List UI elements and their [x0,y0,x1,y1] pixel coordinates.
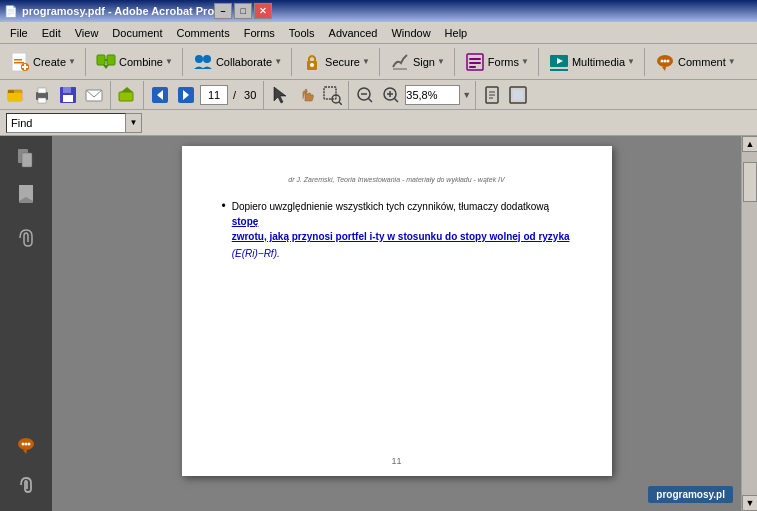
titlebar: 📄 programosy.pdf - Adobe Acrobat Pro – □… [0,0,757,22]
svg-marker-40 [274,87,286,103]
zoom-out-button[interactable] [353,83,377,107]
prev-page-button[interactable] [148,83,172,107]
combine-label: Combine [119,56,163,68]
comment-button[interactable]: Comment ▼ [649,48,741,76]
menu-help[interactable]: Help [439,25,474,41]
comment-label: Comment [678,56,726,68]
open-button[interactable] [4,83,28,107]
secure-button[interactable]: Secure ▼ [296,48,375,76]
separator-t2-4 [348,81,349,109]
svg-rect-7 [107,55,115,65]
search-dropdown-button[interactable]: ▼ [126,113,142,133]
separator-1 [85,48,86,76]
close-button[interactable]: ✕ [254,3,272,19]
scroll-thumb[interactable] [743,162,757,202]
forms-label: Forms [488,56,519,68]
pdf-page-number: 11 [391,456,401,466]
menubar: File Edit View Document Comments Forms T… [0,22,757,44]
svg-rect-16 [469,66,476,68]
pdf-area[interactable]: dr J. Zaremski, Teoria Inwestowania - ma… [52,136,741,511]
next-page-button[interactable] [174,83,198,107]
menu-file[interactable]: File [4,25,34,41]
pdf-text-accent1: stopę [232,216,259,227]
svg-marker-21 [662,67,666,71]
menu-advanced[interactable]: Advanced [323,25,384,41]
menu-comments[interactable]: Comments [171,25,236,41]
multimedia-dropdown-arrow: ▼ [627,57,635,66]
sign-label: Sign [413,56,435,68]
print-button[interactable] [30,83,54,107]
menu-forms[interactable]: Forms [238,25,281,41]
menu-view[interactable]: View [69,25,105,41]
scroll-track[interactable] [742,152,757,495]
marquee-zoom-button[interactable] [320,83,344,107]
svg-marker-62 [23,450,27,454]
paperclip-tool[interactable] [12,471,40,499]
separator-2 [182,48,183,76]
collaborate-label: Collaborate [216,56,272,68]
page-separator: / [230,89,239,101]
zoom-dropdown-arrow[interactable]: ▼ [462,90,471,100]
fullscreen-button[interactable] [506,83,530,107]
forms-button[interactable]: Forms ▼ [459,48,534,76]
svg-rect-6 [97,55,105,65]
svg-rect-2 [14,62,24,64]
svg-rect-1 [14,59,22,61]
scroll-up-button[interactable]: ▲ [742,136,757,152]
combine-button[interactable]: Combine ▼ [90,48,178,76]
collaborate-button[interactable]: Collaborate ▼ [187,48,287,76]
separator-6 [538,48,539,76]
svg-rect-26 [8,90,14,93]
separator-3 [291,48,292,76]
main-area: dr J. Zaremski, Teoria Inwestowania - ma… [0,136,757,511]
svg-rect-31 [63,87,71,93]
collaborate-dropdown-arrow: ▼ [274,57,282,66]
create-button[interactable]: Create ▼ [4,48,81,76]
pdf-text-accent2: zwrotu, jaką przynosi portfel i-ty w sto… [232,231,570,242]
secure-label: Secure [325,56,360,68]
email-button[interactable] [82,83,106,107]
separator-t2-3 [263,81,264,109]
left-panel [0,136,52,511]
svg-point-11 [310,63,314,67]
multimedia-button[interactable]: Multimedia ▼ [543,48,640,76]
zoom-in-button[interactable] [379,83,403,107]
comment-bubble-tool[interactable] [12,431,40,459]
svg-rect-58 [22,153,32,167]
svg-point-64 [25,443,28,446]
pdf-header: dr J. Zaremski, Teoria Inwestowania - ma… [222,176,572,183]
menu-document[interactable]: Document [106,25,168,41]
svg-rect-15 [469,62,481,64]
refresh-button[interactable] [115,83,139,107]
fit-page-button[interactable] [480,83,504,107]
select-tool-button[interactable] [268,83,292,107]
hand-tool-button[interactable] [294,83,318,107]
search-input[interactable] [6,113,126,133]
zoom-input[interactable] [405,85,460,105]
nav-bookmarks-tool[interactable] [12,180,40,208]
window-controls: – □ ✕ [214,3,272,19]
create-dropdown-arrow: ▼ [68,57,76,66]
maximize-button[interactable]: □ [234,3,252,19]
menu-tools[interactable]: Tools [283,25,321,41]
svg-rect-56 [513,90,523,100]
sign-button[interactable]: Sign ▼ [384,48,450,76]
title-text: programosy.pdf - Adobe Acrobat Pro [22,5,214,17]
svg-point-24 [667,59,670,62]
pdf-paragraph: Dopiero uwzględnienie wszystkich tych cz… [232,199,572,244]
svg-line-50 [395,98,399,102]
watermark: programosy.pl [648,486,733,503]
scroll-down-button[interactable]: ▼ [742,495,757,511]
svg-rect-28 [38,88,46,93]
minimize-button[interactable]: – [214,3,232,19]
pdf-bullet-item: • Dopiero uwzględnienie wszystkich tych … [222,199,572,259]
nav-attachments-tool[interactable] [12,224,40,252]
menu-edit[interactable]: Edit [36,25,67,41]
multimedia-label: Multimedia [572,56,625,68]
title-icon: 📄 [4,5,18,18]
nav-pages-tool[interactable] [12,144,40,172]
menu-window[interactable]: Window [385,25,436,41]
page-number-input[interactable] [200,85,228,105]
save-button[interactable] [56,83,80,107]
comment-dropdown-arrow: ▼ [728,57,736,66]
